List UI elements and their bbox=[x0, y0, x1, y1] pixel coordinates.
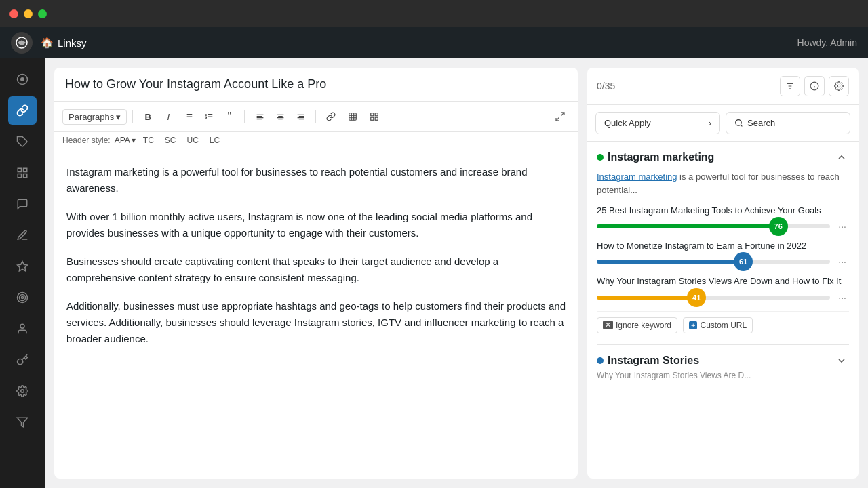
keyword-expand-button-2[interactable] bbox=[834, 353, 849, 368]
filter-settings-button[interactable] bbox=[780, 76, 800, 96]
ignore-keyword-button[interactable]: ✕ Ignore keyword bbox=[597, 317, 677, 333]
svg-rect-4 bbox=[18, 168, 21, 171]
main-layout: How to Grow Your Instagram Account Like … bbox=[0, 58, 868, 488]
ordered-list-button[interactable] bbox=[199, 107, 218, 126]
sidebar-item-magic[interactable] bbox=[8, 252, 37, 281]
grid-button[interactable] bbox=[365, 107, 384, 126]
editor-title-input[interactable]: How to Grow Your Instagram Account Like … bbox=[65, 77, 567, 92]
site-name[interactable]: 🏠 Linksy bbox=[41, 37, 87, 49]
svg-marker-14 bbox=[18, 418, 28, 427]
sidebar-item-chat[interactable] bbox=[8, 190, 37, 218]
progress-badge-2: 61 bbox=[734, 252, 753, 271]
header-style-tc[interactable]: TC bbox=[140, 135, 157, 146]
result-menu-3[interactable]: ··· bbox=[835, 292, 849, 303]
svg-rect-7 bbox=[18, 174, 21, 178]
chevron-down-icon: ▾ bbox=[132, 136, 136, 145]
expand-editor-button[interactable] bbox=[551, 107, 570, 126]
svg-marker-8 bbox=[18, 262, 28, 271]
header-style-lc[interactable]: LC bbox=[206, 135, 223, 146]
status-dot-green bbox=[597, 154, 604, 161]
blockquote-button[interactable]: " bbox=[220, 107, 239, 126]
bold-button[interactable]: B bbox=[138, 107, 157, 126]
table-button[interactable] bbox=[343, 107, 362, 126]
result-menu-1[interactable]: ··· bbox=[835, 221, 849, 232]
svg-point-2 bbox=[20, 77, 24, 81]
progress-row-3: 41 ··· bbox=[597, 292, 849, 303]
wp-admin-bar: 🏠 Linksy Howdy, Admin bbox=[0, 27, 868, 58]
svg-point-11 bbox=[22, 297, 24, 299]
maximize-button[interactable] bbox=[38, 9, 47, 18]
wp-logo-icon bbox=[11, 32, 33, 54]
header-style-sc[interactable]: SC bbox=[161, 135, 180, 146]
toolbar-divider-3 bbox=[315, 110, 316, 123]
alignment-group bbox=[250, 107, 310, 126]
editor-paragraph-3: Businesses should create captivating con… bbox=[66, 253, 566, 286]
section2-preview: Why Your Instagram Stories Views Are D..… bbox=[597, 371, 849, 380]
keyword-result-2: How to Monetize Instagram to Earn a Fort… bbox=[597, 240, 849, 267]
result-title-1: 25 Best Instagram Marketing Tools to Ach… bbox=[597, 205, 849, 217]
search-button[interactable]: Search bbox=[726, 112, 850, 134]
svg-rect-43 bbox=[375, 117, 378, 120]
svg-line-55 bbox=[741, 125, 742, 126]
keyword-section-instagram-marketing: Instagram marketing Instagram marketing … bbox=[597, 150, 849, 339]
sidebar-item-settings[interactable] bbox=[8, 377, 37, 405]
section2-header: Instagram Stories bbox=[597, 353, 849, 368]
svg-point-12 bbox=[20, 324, 24, 328]
chevron-down-icon: ▾ bbox=[116, 112, 121, 122]
sidebar-item-key[interactable] bbox=[8, 346, 37, 374]
plus-icon: + bbox=[689, 321, 697, 329]
unordered-list-button[interactable] bbox=[179, 107, 198, 126]
right-panel: 0/35 Quick Apply › bbox=[587, 68, 859, 479]
keyword-title: Instagram marketing bbox=[597, 151, 714, 163]
sidebar-item-link[interactable] bbox=[8, 96, 37, 125]
sidebar-item-paint[interactable] bbox=[8, 65, 37, 94]
align-right-button[interactable] bbox=[291, 107, 310, 126]
keyword-section-instagram-stories: Instagram Stories Why Your Instagram Sto… bbox=[597, 344, 849, 380]
result-menu-2[interactable]: ··· bbox=[835, 256, 849, 267]
svg-rect-6 bbox=[24, 174, 27, 178]
progress-badge-3: 41 bbox=[687, 288, 706, 307]
header-style-uc[interactable]: UC bbox=[184, 135, 202, 146]
editor-toolbar: Paragraphs ▾ B I " bbox=[54, 102, 578, 132]
result-title-3: Why Your Instagram Stories Views Are Dow… bbox=[597, 275, 849, 287]
sidebar-item-target[interactable] bbox=[8, 283, 37, 312]
align-center-button[interactable] bbox=[271, 107, 290, 126]
svg-rect-44 bbox=[371, 117, 374, 120]
link-button[interactable] bbox=[321, 107, 340, 126]
sidebar-item-pages[interactable] bbox=[8, 159, 37, 187]
editor-paragraph-2: With over 1 billion monthly active users… bbox=[66, 209, 566, 241]
formatting-group: B I " bbox=[138, 107, 239, 126]
svg-line-45 bbox=[561, 113, 564, 116]
panel-icons bbox=[780, 76, 849, 96]
minimize-button[interactable] bbox=[24, 9, 33, 18]
keyword-collapse-button[interactable] bbox=[834, 150, 849, 165]
x-icon: ✕ bbox=[603, 321, 613, 329]
italic-button[interactable]: I bbox=[159, 107, 178, 126]
progress-bar-1 bbox=[597, 224, 774, 228]
keyword-result-1: 25 Best Instagram Marketing Tools to Ach… bbox=[597, 205, 849, 232]
home-icon: 🏠 bbox=[41, 37, 54, 49]
sidebar-item-filter[interactable] bbox=[8, 408, 37, 436]
sidebar-item-tag[interactable] bbox=[8, 127, 37, 156]
custom-url-button[interactable]: + Custom URL bbox=[683, 317, 753, 333]
info-button[interactable] bbox=[804, 76, 825, 96]
progress-bar-container-1: 76 bbox=[597, 224, 830, 228]
result-title-2: How to Monetize Instagram to Earn a Fort… bbox=[597, 240, 849, 252]
editor-panel: How to Grow Your Instagram Account Like … bbox=[54, 68, 578, 479]
svg-line-46 bbox=[556, 117, 559, 121]
paragraph-selector[interactable]: Paragraphs ▾ bbox=[62, 109, 127, 125]
header-style-select[interactable]: APA ▾ bbox=[115, 136, 136, 145]
content-area: How to Grow Your Instagram Account Like … bbox=[45, 58, 868, 488]
sidebar-item-pen[interactable] bbox=[8, 221, 37, 249]
sidebar-item-user[interactable] bbox=[8, 314, 37, 343]
svg-point-10 bbox=[20, 295, 26, 301]
editor-paragraph-4: Additionally, businesses must use approp… bbox=[66, 298, 566, 347]
close-button[interactable] bbox=[9, 9, 18, 18]
svg-rect-42 bbox=[375, 113, 378, 116]
panel-settings-button[interactable] bbox=[829, 76, 849, 96]
editor-body[interactable]: Instagram marketing is a powerful tool f… bbox=[54, 150, 578, 479]
keyword-highlight: Instagram marketing bbox=[597, 171, 677, 182]
quick-apply-button[interactable]: Quick Apply › bbox=[595, 112, 720, 134]
header-style-label: Header style: bbox=[62, 136, 111, 145]
align-left-button[interactable] bbox=[250, 107, 269, 126]
